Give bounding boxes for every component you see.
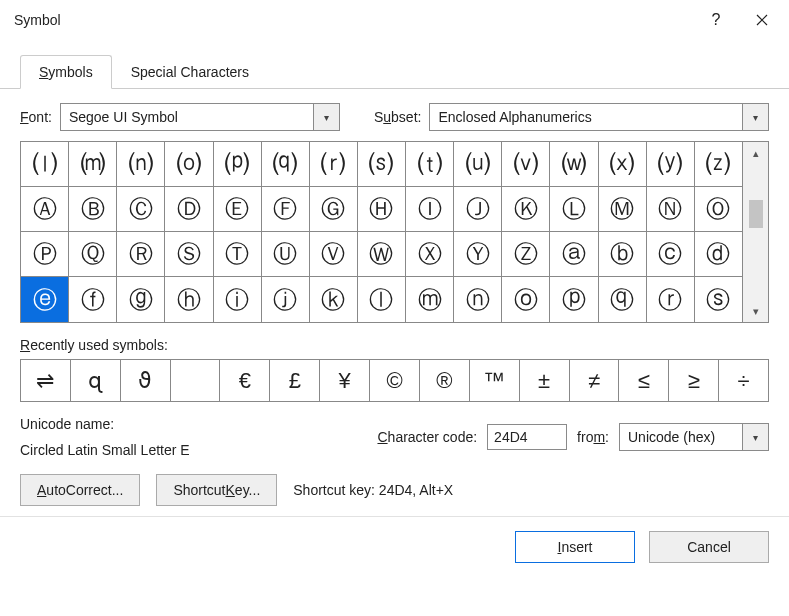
- symbol-cell[interactable]: ⓡ: [647, 277, 695, 322]
- symbol-cell[interactable]: Ⓛ: [550, 187, 598, 232]
- titlebar: Symbol ?: [0, 0, 789, 40]
- from-dropdown-button[interactable]: ▾: [742, 424, 768, 450]
- symbol-cell[interactable]: ⓐ: [550, 232, 598, 277]
- recent-cell[interactable]: £: [270, 360, 320, 402]
- symbol-cell[interactable]: Ⓜ: [599, 187, 647, 232]
- symbol-cell[interactable]: Ⓔ: [214, 187, 262, 232]
- subset-dropdown-button[interactable]: ▾: [742, 104, 768, 130]
- recent-grid: ⇌ɋϑ €£¥©®™±≠≤≥÷: [20, 359, 769, 402]
- symbol-cell[interactable]: Ⓦ: [358, 232, 406, 277]
- symbol-cell[interactable]: ⓜ: [406, 277, 454, 322]
- symbol-cell[interactable]: ⓔ: [21, 277, 69, 322]
- symbol-cell[interactable]: Ⓐ: [21, 187, 69, 232]
- font-dropdown-button[interactable]: ▾: [313, 104, 339, 130]
- symbol-cell[interactable]: ⓗ: [165, 277, 213, 322]
- symbol-cell[interactable]: Ⓓ: [165, 187, 213, 232]
- close-button[interactable]: [739, 0, 785, 40]
- symbol-cell[interactable]: Ⓩ: [502, 232, 550, 277]
- symbol-cell[interactable]: Ⓥ: [310, 232, 358, 277]
- symbol-cell[interactable]: ⒴: [647, 142, 695, 187]
- symbol-cell[interactable]: Ⓧ: [406, 232, 454, 277]
- symbol-cell[interactable]: ⓘ: [214, 277, 262, 322]
- symbol-cell[interactable]: ⓝ: [454, 277, 502, 322]
- cancel-button[interactable]: Cancel: [649, 531, 769, 563]
- symbol-cell[interactable]: ⓟ: [550, 277, 598, 322]
- symbol-cell[interactable]: ⒫: [214, 142, 262, 187]
- scrollbar-thumb[interactable]: [749, 200, 763, 228]
- autocorrect-button[interactable]: AutoCorrect...: [20, 474, 140, 506]
- tab-special-characters[interactable]: Special Characters: [112, 55, 268, 89]
- recent-cell[interactable]: ⇌: [21, 360, 71, 402]
- symbol-cell[interactable]: ⒩: [117, 142, 165, 187]
- recent-cell[interactable]: ©: [370, 360, 420, 402]
- symbol-cell[interactable]: Ⓒ: [117, 187, 165, 232]
- recent-cell[interactable]: ϑ: [121, 360, 171, 402]
- symbol-cell[interactable]: Ⓟ: [21, 232, 69, 277]
- symbol-cell[interactable]: ⒵: [695, 142, 743, 187]
- recent-cell[interactable]: ÷: [719, 360, 769, 402]
- shortcut-info: Shortcut key: 24D4, Alt+X: [293, 482, 453, 498]
- help-button[interactable]: ?: [693, 0, 739, 40]
- symbol-cell[interactable]: ⓛ: [358, 277, 406, 322]
- subset-select[interactable]: Enclosed Alphanumerics ▾: [429, 103, 769, 131]
- recent-cell[interactable]: [171, 360, 221, 402]
- recent-cell[interactable]: ™: [470, 360, 520, 402]
- tab-symbols[interactable]: Symbols: [20, 55, 112, 89]
- symbol-cell[interactable]: ⒧: [21, 142, 69, 187]
- symbol-cell[interactable]: ⒯: [406, 142, 454, 187]
- symbol-cell[interactable]: Ⓤ: [262, 232, 310, 277]
- symbol-cell[interactable]: Ⓙ: [454, 187, 502, 232]
- scroll-up-icon[interactable]: ▴: [743, 142, 768, 164]
- symbol-cell[interactable]: ⓓ: [695, 232, 743, 277]
- symbol-cell[interactable]: ⓕ: [69, 277, 117, 322]
- symbol-cell[interactable]: Ⓚ: [502, 187, 550, 232]
- recent-cell[interactable]: ≥: [669, 360, 719, 402]
- symbol-cell[interactable]: ⓙ: [262, 277, 310, 322]
- recent-cell[interactable]: ±: [520, 360, 570, 402]
- shortcut-key-button[interactable]: Shortcut Key...: [156, 474, 277, 506]
- symbol-cell[interactable]: ⒲: [550, 142, 598, 187]
- symbol-cell[interactable]: ⓑ: [599, 232, 647, 277]
- symbol-cell[interactable]: ⒨: [69, 142, 117, 187]
- symbol-cell[interactable]: Ⓞ: [695, 187, 743, 232]
- symbol-cell[interactable]: Ⓠ: [69, 232, 117, 277]
- unicode-name-value: Circled Latin Small Letter E: [20, 442, 367, 458]
- symbol-cell[interactable]: ⒱: [502, 142, 550, 187]
- symbol-cell[interactable]: ⒪: [165, 142, 213, 187]
- font-select[interactable]: Segoe UI Symbol ▾: [60, 103, 340, 131]
- symbol-cell[interactable]: ⓠ: [599, 277, 647, 322]
- symbol-cell[interactable]: Ⓢ: [165, 232, 213, 277]
- symbol-cell[interactable]: ⒮: [358, 142, 406, 187]
- symbol-cell[interactable]: ⓢ: [695, 277, 743, 322]
- char-code-input[interactable]: 24D4: [487, 424, 567, 450]
- symbol-cell[interactable]: ⒭: [310, 142, 358, 187]
- insert-button[interactable]: Insert: [515, 531, 635, 563]
- symbol-cell[interactable]: Ⓡ: [117, 232, 165, 277]
- symbol-cell[interactable]: Ⓕ: [262, 187, 310, 232]
- symbol-cell[interactable]: Ⓘ: [406, 187, 454, 232]
- recent-cell[interactable]: ®: [420, 360, 470, 402]
- symbol-cell[interactable]: Ⓗ: [358, 187, 406, 232]
- symbol-grid: ⒧⒨⒩⒪⒫⒬⒭⒮⒯⒰⒱⒲⒳⒴⒵ⒶⒷⒸⒹⒺⒻⒼⒽⒾⒿⓀⓁⓂⓃⓄⓅⓆⓇⓈⓉⓊⓋⓌⓍⓎ…: [21, 142, 743, 322]
- symbol-cell[interactable]: Ⓣ: [214, 232, 262, 277]
- symbol-cell[interactable]: Ⓨ: [454, 232, 502, 277]
- symbol-cell[interactable]: ⒳: [599, 142, 647, 187]
- symbol-cell[interactable]: ⓞ: [502, 277, 550, 322]
- recent-cell[interactable]: ≠: [570, 360, 620, 402]
- symbol-cell[interactable]: Ⓝ: [647, 187, 695, 232]
- char-code-label: Character code:: [377, 429, 477, 445]
- recent-cell[interactable]: ¥: [320, 360, 370, 402]
- scrollbar[interactable]: ▴ ▾: [743, 142, 769, 322]
- scroll-down-icon[interactable]: ▾: [743, 300, 768, 322]
- symbol-cell[interactable]: ⒰: [454, 142, 502, 187]
- symbol-cell[interactable]: ⒬: [262, 142, 310, 187]
- from-select[interactable]: Unicode (hex) ▾: [619, 423, 769, 451]
- symbol-cell[interactable]: ⓚ: [310, 277, 358, 322]
- recent-cell[interactable]: ɋ: [71, 360, 121, 402]
- symbol-cell[interactable]: Ⓑ: [69, 187, 117, 232]
- recent-cell[interactable]: €: [220, 360, 270, 402]
- symbol-cell[interactable]: Ⓖ: [310, 187, 358, 232]
- symbol-cell[interactable]: ⓒ: [647, 232, 695, 277]
- symbol-cell[interactable]: ⓖ: [117, 277, 165, 322]
- recent-cell[interactable]: ≤: [619, 360, 669, 402]
